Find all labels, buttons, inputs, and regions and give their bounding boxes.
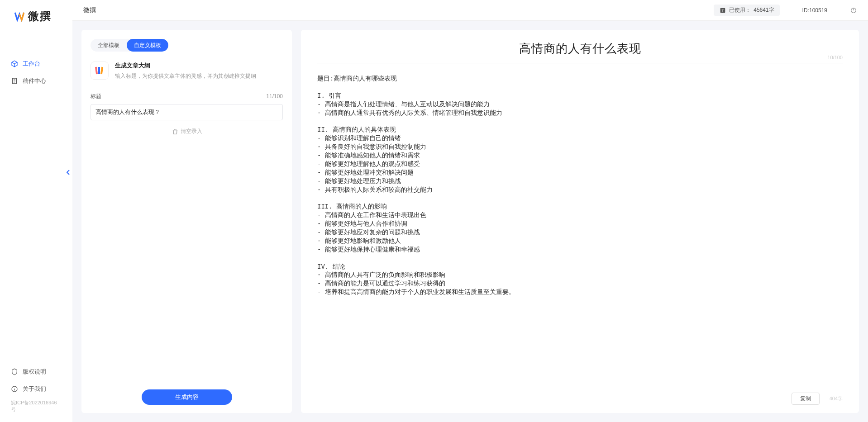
output-footer: 复制 404字: [317, 387, 843, 405]
output-title-count: 10/100: [827, 55, 843, 60]
topbar: 微撰 T 已使用： 45641字 ID:100519: [72, 0, 868, 21]
sidebar-item-label: 关于我们: [23, 385, 46, 393]
copy-button[interactable]: 复制: [792, 393, 820, 405]
sidebar-collapse-handle[interactable]: [65, 167, 71, 177]
svg-rect-7: [100, 67, 103, 74]
output-body: 题目:高情商的人有哪些表现 I. 引言 - 高情商是指人们处理情绪、与他人互动以…: [317, 74, 843, 387]
sidebar-nav: 工作台 稿件中心: [0, 37, 72, 363]
word-count: 404字: [830, 395, 843, 402]
field-label: 标题: [91, 93, 101, 100]
sidebar-item-about[interactable]: 关于我们: [0, 380, 72, 398]
trash-icon: [172, 128, 179, 135]
sidebar-footer: 版权说明 关于我们 皖ICP备2022016946号: [0, 363, 72, 422]
output-title: 高情商的人有什么表现: [317, 41, 843, 57]
template-title: 生成文章大纲: [115, 62, 256, 70]
svg-text:T: T: [722, 8, 724, 12]
output-titlebar: 高情商的人有什么表现 10/100: [317, 41, 843, 63]
clear-button[interactable]: 清空录入: [91, 128, 283, 135]
sidebar-item-label: 版权说明: [23, 368, 46, 376]
info-icon: [11, 385, 18, 393]
char-count: 11/100: [266, 93, 283, 100]
svg-rect-5: [95, 67, 98, 74]
sidebar-item-label: 稿件中心: [23, 77, 46, 85]
logo-text: 微撰: [28, 9, 52, 24]
sidebar-item-copyright[interactable]: 版权说明: [0, 363, 72, 380]
sidebar-item-workspace[interactable]: 工作台: [0, 55, 72, 72]
cube-icon: [11, 60, 18, 67]
logo-icon: [14, 10, 25, 22]
output-panel: 高情商的人有什么表现 10/100 题目:高情商的人有哪些表现 I. 引言 - …: [301, 30, 859, 413]
page-title: 微撰: [83, 6, 96, 14]
icp-text: 皖ICP备2022016946号: [0, 398, 72, 417]
input-panel: 全部模板 自定义模板 生成文章大纲 输入标题，为你提供文章主体的灵感，并为其创建…: [81, 30, 292, 413]
template-card[interactable]: 生成文章大纲 输入标题，为你提供文章主体的灵感，并为其创建推文提纲: [91, 62, 283, 80]
sidebar: 微撰 工作台 稿件中心 版权说明 关于我们 皖ICP备2022016946号: [0, 0, 72, 422]
logo: 微撰: [0, 9, 72, 37]
usage-value: 45641字: [754, 6, 774, 14]
document-icon: [11, 77, 18, 85]
app-root: 微撰 工作台 稿件中心 版权说明 关于我们 皖ICP备2022016946号: [0, 0, 868, 422]
user-id: ID:100519: [802, 7, 827, 14]
main: 微撰 T 已使用： 45641字 ID:100519 全部模板 自定义模板: [72, 0, 868, 422]
text-icon: T: [719, 7, 726, 14]
sidebar-item-label: 工作台: [23, 60, 40, 68]
books-icon: [91, 62, 109, 80]
sidebar-item-drafts[interactable]: 稿件中心: [0, 72, 72, 90]
title-input[interactable]: [91, 104, 283, 120]
generate-button[interactable]: 生成内容: [142, 389, 232, 405]
template-desc: 输入标题，为你提供文章主体的灵感，并为其创建推文提纲: [115, 72, 256, 80]
shield-icon: [11, 368, 18, 375]
usage-label: 已使用：: [729, 6, 751, 14]
title-field: 标题 11/100: [91, 93, 283, 120]
content: 全部模板 自定义模板 生成文章大纲 输入标题，为你提供文章主体的灵感，并为其创建…: [72, 21, 868, 422]
tab-custom-templates[interactable]: 自定义模板: [127, 39, 168, 52]
usage-pill: T 已使用： 45641字: [714, 5, 779, 16]
power-icon[interactable]: [850, 7, 857, 14]
tab-all-templates[interactable]: 全部模板: [91, 39, 127, 52]
template-tabs: 全部模板 自定义模板: [91, 39, 168, 52]
svg-rect-6: [98, 67, 100, 74]
